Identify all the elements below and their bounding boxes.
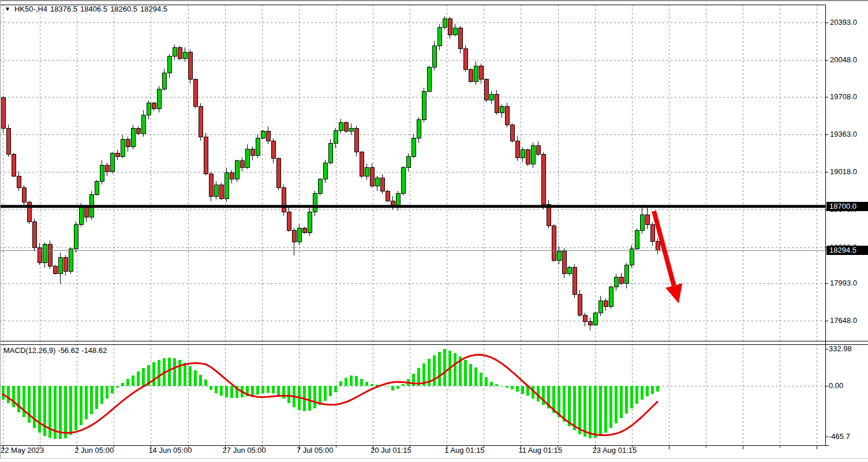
- bull-candle: [157, 89, 161, 108]
- macd-bar: [137, 371, 140, 386]
- chart-header: ▼HK50-,H418376.518406.518260.518294.5: [5, 5, 170, 13]
- resistance-line-object[interactable]: [0, 205, 825, 208]
- bear-candle: [510, 125, 514, 141]
- macd-bar: [568, 386, 571, 426]
- bull-candle: [365, 167, 369, 176]
- bull-candle: [141, 115, 145, 134]
- bull-candle: [167, 57, 171, 73]
- bull-candle: [43, 245, 47, 263]
- bear-candle: [656, 242, 660, 250]
- macd-bar: [480, 373, 482, 386]
- bull-candle: [121, 139, 125, 156]
- bear-candle: [541, 154, 545, 204]
- bear-candle: [1, 98, 5, 129]
- macd-bar: [100, 386, 103, 404]
- macd-bar: [355, 376, 358, 385]
- bear-candle: [526, 150, 530, 164]
- macd-bar: [64, 386, 67, 439]
- macd-bar: [189, 366, 192, 385]
- bull-candle: [235, 161, 239, 179]
- bear-candle: [32, 221, 36, 247]
- bear-candle: [219, 185, 223, 198]
- macd-bar: [620, 386, 623, 419]
- bear-candle: [199, 107, 203, 137]
- bear-candle: [650, 225, 654, 242]
- time-axis-label: 22 May 2023: [1, 446, 44, 455]
- bear-candle: [266, 132, 270, 141]
- bear-candle: [287, 212, 291, 230]
- bull-candle: [79, 208, 83, 225]
- bear-candle: [84, 208, 88, 217]
- bear-candle: [458, 28, 462, 49]
- bull-candle: [453, 28, 457, 35]
- time-axis-label: 2 Jun 05:00: [74, 446, 114, 455]
- macd-bar: [516, 386, 519, 392]
- macd-bar: [277, 386, 280, 396]
- macd-bar: [111, 386, 114, 393]
- macd-bar: [371, 384, 373, 386]
- bull-candle: [69, 249, 73, 272]
- macd-bar: [267, 386, 270, 393]
- macd-bar: [90, 386, 93, 414]
- macd-bar: [646, 386, 649, 397]
- bear-candle: [515, 141, 519, 157]
- bull-candle: [110, 153, 114, 172]
- bull-candle: [173, 48, 177, 57]
- macd-histogram: [2, 349, 659, 439]
- macd-bar: [454, 353, 457, 386]
- bear-candle: [152, 103, 156, 108]
- chart-plot-area[interactable]: [0, 0, 868, 462]
- macd-bar: [324, 386, 327, 401]
- window-top-edge: [0, 0, 868, 1]
- bear-candle: [562, 251, 566, 274]
- bull-candle: [297, 228, 301, 242]
- bear-candle: [619, 277, 623, 283]
- macd-bar: [365, 382, 368, 386]
- bull-candle: [500, 107, 504, 113]
- bull-candle: [624, 265, 628, 284]
- macd-bar: [506, 386, 508, 388]
- bull-candle: [308, 212, 312, 232]
- price-axis-label: 17993.0: [830, 279, 857, 287]
- macd-bar: [152, 362, 155, 386]
- macd-bar: [376, 385, 379, 386]
- macd-bar: [23, 386, 25, 418]
- macd-bar: [215, 386, 218, 393]
- macd-bar: [583, 386, 586, 437]
- time-axis-label: 23 Aug 01:15: [593, 446, 637, 455]
- window-bottom-edge: [0, 458, 868, 459]
- bear-candle: [495, 95, 499, 113]
- macd-bar: [132, 375, 134, 386]
- bull-candle: [131, 128, 135, 147]
- bull-candle: [183, 52, 187, 58]
- macd-bar: [199, 375, 202, 386]
- macd-bar: [594, 386, 597, 438]
- bull-candle: [593, 313, 597, 325]
- trend-arrow-object[interactable]: [654, 211, 682, 303]
- collapse-triangle-icon[interactable]: ▼: [5, 6, 10, 12]
- time-axis-label: 1 Aug 01:15: [444, 446, 484, 455]
- bull-candle: [256, 138, 260, 155]
- ohlc-open: 18376.5: [50, 5, 77, 13]
- macd-bar: [490, 382, 493, 386]
- macd-bar: [334, 386, 337, 392]
- macd-bar: [641, 386, 643, 400]
- price-axis-label: 17648.0: [830, 317, 857, 325]
- macd-bar: [495, 384, 498, 385]
- macd-bar: [17, 386, 20, 412]
- bear-candle: [63, 257, 68, 271]
- macd-bar: [589, 386, 592, 439]
- chart-window: ▼HK50-,H418376.518406.518260.518294.5 MA…: [0, 0, 868, 462]
- bear-candle: [136, 128, 140, 133]
- bull-candle: [521, 150, 525, 157]
- macd-bar: [578, 386, 581, 434]
- time-axis-label: 14 Jun 05:00: [148, 446, 192, 455]
- macd-bar: [251, 386, 254, 396]
- bear-candle: [250, 149, 255, 155]
- macd-bar: [500, 386, 503, 387]
- macd-bar: [168, 358, 171, 385]
- macd-bar: [599, 386, 602, 436]
- macd-bar: [142, 368, 145, 385]
- bull-candle: [95, 182, 99, 195]
- time-axis-label: 7 Jul 05:00: [297, 446, 334, 455]
